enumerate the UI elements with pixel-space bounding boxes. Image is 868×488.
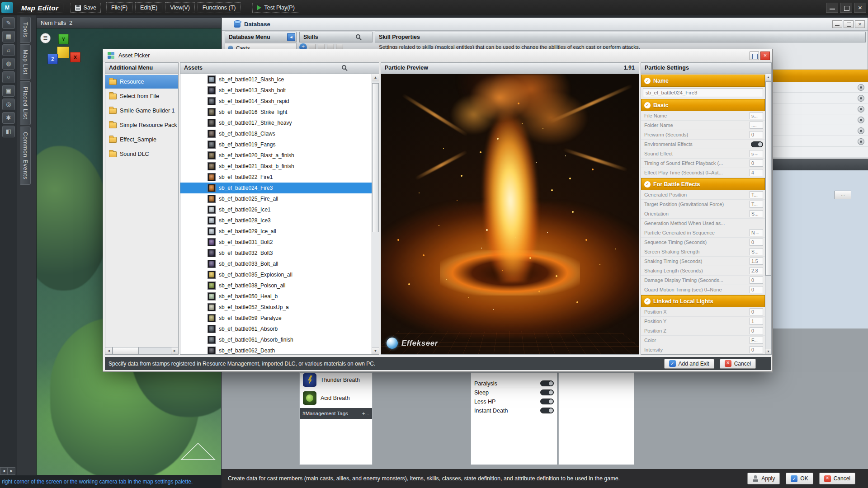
setting-toggle[interactable]: [751, 141, 763, 147]
menu-item-effect-sample[interactable]: Effect_Sample: [105, 133, 178, 146]
setting-value-field[interactable]: F...: [750, 337, 763, 344]
setting-value-field[interactable]: S...: [750, 210, 763, 217]
assets-search-icon[interactable]: [342, 65, 346, 70]
map-scroll-left-button[interactable]: ◄: [0, 467, 8, 475]
asset-list-item[interactable]: sb_ef_battle050_Heal_b: [180, 291, 372, 302]
axis-cube-center[interactable]: [57, 47, 69, 58]
setting-value-field[interactable]: S...: [750, 248, 763, 255]
dialog-title-bar[interactable]: Asset Picker: [103, 49, 772, 62]
setting-value-field[interactable]: 4: [750, 169, 763, 176]
side-tab-placed-list[interactable]: Placed List: [20, 81, 31, 125]
db-minimize-button[interactable]: [832, 20, 842, 28]
gizmo-menu-button[interactable]: ☰: [40, 33, 51, 43]
asset-list-item[interactable]: sb_ef_battle017_Strike_heavy: [180, 117, 372, 128]
setting-value-field[interactable]: s→: [750, 150, 763, 157]
menu-item[interactable]: File(F): [106, 2, 132, 13]
asset-list-item[interactable]: sb_ef_battle016_Strike_light: [180, 107, 372, 117]
asset-list-item[interactable]: sb_ef_battle052_StatusUp_a: [180, 302, 372, 313]
side-tab-common-events[interactable]: Common Events: [20, 127, 31, 185]
save-button[interactable]: Save: [71, 3, 101, 13]
asset-list-item[interactable]: sb_ef_battle019_Fangs: [180, 139, 372, 150]
window-minimize-button[interactable]: [826, 3, 838, 13]
asset-list-item[interactable]: sb_ef_battle033_Bolt_all: [180, 258, 372, 269]
building-tool-icon[interactable]: ⌂: [2, 44, 15, 56]
scroll-down-button[interactable]: [765, 348, 771, 354]
scroll-down-button[interactable]: [372, 347, 379, 354]
asset-list-item[interactable]: sb_ef_battle022_Fire1: [180, 172, 372, 183]
search-icon[interactable]: [356, 34, 360, 39]
search-tool-icon[interactable]: ◎: [2, 99, 15, 110]
terrain-tool-icon[interactable]: ◍: [2, 58, 15, 70]
test-play-button[interactable]: Test Play(P): [252, 3, 299, 13]
collapse-knob[interactable]: [858, 84, 864, 91]
state-row[interactable]: Sleep: [471, 388, 557, 397]
axis-cube-x[interactable]: X: [70, 52, 80, 62]
setting-value-field[interactable]: s...: [750, 112, 763, 119]
asset-list-item[interactable]: sb_ef_battle012_Slash_ice: [180, 74, 372, 85]
asset-list-item[interactable]: sb_ef_battle035_Explosion_all: [180, 269, 372, 280]
asset-list-item[interactable]: sb_ef_battle024_Fire3: [180, 183, 372, 193]
menu-item-simple-resource-pack[interactable]: Simple Resource Pack: [105, 118, 178, 132]
map-tool-icon[interactable]: ▦: [2, 31, 15, 42]
add-and-exit-button[interactable]: Add and Exit: [664, 359, 714, 369]
section-header-battle-effects[interactable]: For Battle Effects: [641, 178, 765, 190]
setting-value-field[interactable]: N→: [750, 229, 763, 236]
asset-list-item[interactable]: sb_ef_battle061_Absorb: [180, 324, 372, 334]
dialog-cancel-button[interactable]: Cancel: [720, 359, 756, 369]
menu-item-smile-game-builder-1[interactable]: Smile Game Builder 1: [105, 104, 178, 117]
state-toggle[interactable]: [540, 380, 554, 386]
cancel-button[interactable]: Cancel: [819, 473, 855, 484]
monitor-tool-icon[interactable]: ▣: [2, 85, 15, 97]
setting-value-field[interactable]: T...: [750, 191, 763, 198]
asset-list-item[interactable]: sb_ef_battle031_Bolt2: [180, 237, 372, 248]
menu-item-select-from-file[interactable]: Select from File: [105, 89, 178, 103]
state-toggle[interactable]: [540, 408, 554, 413]
state-row[interactable]: Less HP: [471, 397, 557, 406]
scroll-left-button[interactable]: [105, 347, 113, 354]
menu-item[interactable]: View(V): [165, 2, 195, 13]
plugin-tool-icon[interactable]: ◧: [2, 126, 15, 137]
management-tags-more[interactable]: +...: [362, 411, 369, 416]
fire-effect-preview[interactable]: Effekseer: [381, 74, 639, 354]
scroll-thumb[interactable]: [372, 83, 379, 232]
setting-value-field[interactable]: T...: [750, 201, 763, 208]
collapse-knob[interactable]: [858, 106, 864, 113]
side-tab-tools[interactable]: Tools: [20, 17, 31, 43]
axis-cube-y[interactable]: Y: [58, 34, 69, 44]
name-value-field[interactable]: sb_ef_battle024_Fire3: [643, 88, 763, 97]
asset-list-item[interactable]: sb_ef_battle062_Death: [180, 345, 372, 354]
menu-item[interactable]: Functions (T): [198, 2, 241, 13]
scroll-thumb[interactable]: [765, 81, 771, 276]
apply-button[interactable]: Apply: [747, 473, 780, 484]
skill-list-item[interactable]: Thunder Breath: [300, 372, 372, 389]
asset-list-item[interactable]: sb_ef_battle018_Claws: [180, 128, 372, 139]
window-maximize-button[interactable]: [840, 3, 852, 13]
state-row[interactable]: Paralysis: [471, 379, 557, 388]
axis-cube-z[interactable]: Z: [47, 54, 58, 64]
setting-value-field[interactable]: 0: [750, 239, 763, 246]
dialog-close-button[interactable]: [760, 52, 770, 60]
management-tags-bar[interactable]: #Management Tags +...: [300, 408, 372, 419]
section-header-basic[interactable]: Basic: [641, 99, 765, 111]
setting-value-field[interactable]: 1.5: [750, 258, 763, 265]
ok-button[interactable]: OK: [786, 473, 813, 484]
collapse-panel-button[interactable]: [287, 33, 295, 41]
asset-list-item[interactable]: sb_ef_battle038_Poison_all: [180, 280, 372, 291]
dialog-restore-button[interactable]: [750, 52, 759, 60]
db-maximize-button[interactable]: [844, 20, 854, 28]
asset-list-item[interactable]: sb_ef_battle020_Blast_a_finish: [180, 150, 372, 161]
asset-list-item[interactable]: sb_ef_battle021_Blast_b_finish: [180, 161, 372, 172]
settings-tool-icon[interactable]: ✱: [2, 112, 15, 124]
setting-value-field[interactable]: 0: [750, 327, 763, 334]
collapse-knob[interactable]: [858, 127, 864, 134]
asset-list-item[interactable]: sb_ef_battle028_Ice3: [180, 215, 372, 226]
scroll-up-button[interactable]: [372, 74, 379, 81]
asset-list-item[interactable]: sb_ef_battle026_Ice1: [180, 204, 372, 215]
asset-list-item[interactable]: sb_ef_battle025_Fire_all: [180, 193, 372, 204]
map-scroll-right-button[interactable]: ►: [8, 467, 15, 475]
scroll-right-button[interactable]: [171, 347, 178, 354]
asset-list-item[interactable]: sb_ef_battle061_Absorb_finish: [180, 334, 372, 345]
scroll-thumb[interactable]: [113, 347, 139, 354]
window-close-button[interactable]: [854, 3, 866, 13]
state-row[interactable]: Instant Death: [471, 406, 557, 415]
